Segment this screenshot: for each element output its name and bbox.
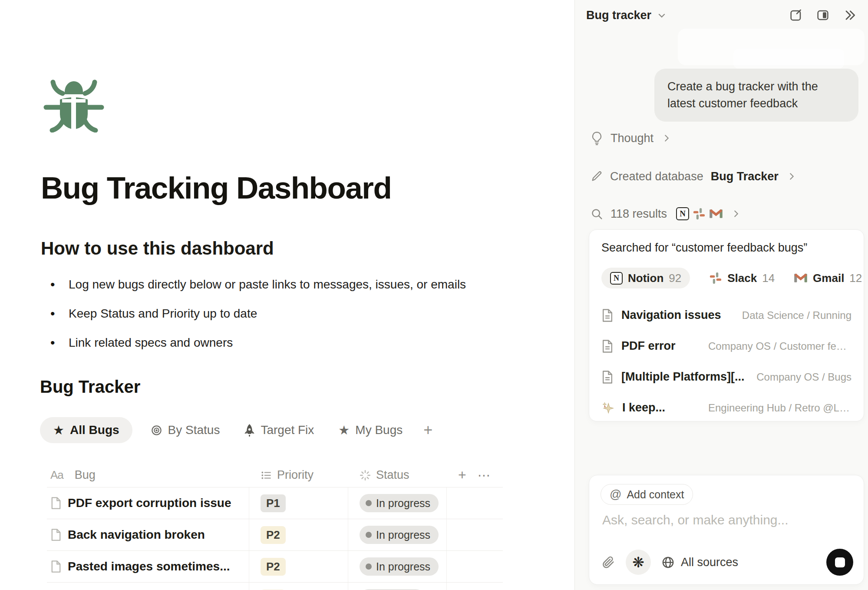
status-badge[interactable]: In progress: [360, 526, 439, 544]
globe-icon: [661, 556, 675, 569]
page-file-icon: [601, 370, 614, 384]
result-path: Company OS / Bugs: [756, 371, 851, 383]
composer-input[interactable]: Ask, search, or make anything...: [602, 513, 851, 527]
bug-title: Back navigation broken: [68, 528, 205, 542]
page-file-icon: [601, 308, 614, 322]
openai-model-icon[interactable]: ❋: [626, 550, 651, 575]
table-header-actions: + ⋯: [447, 463, 502, 487]
column-header-priority[interactable]: Priority: [249, 463, 348, 487]
bug-title: PDF export corruption issue: [68, 496, 231, 510]
chip-count: 12: [849, 272, 862, 285]
howto-bullet: Log new bugs directly below or paste lin…: [41, 273, 466, 302]
slack-icon: [693, 207, 706, 220]
status-label: In progress: [376, 529, 430, 541]
status-dot-icon: [366, 532, 372, 538]
column-header-bug[interactable]: Aa Bug: [47, 463, 249, 487]
ai-side-panel: Bug tracker Create a: [574, 0, 868, 590]
status-badge[interactable]: In progress: [360, 494, 439, 512]
table-row[interactable]: Back navigation broken P2 In progress: [47, 519, 503, 551]
tab-label: My Bugs: [355, 423, 403, 437]
source-filter-chips: N Notion 92 Slack 14: [601, 268, 851, 288]
table-row[interactable]: PDF export corruption issue P1 In progre…: [47, 487, 503, 519]
gmail-icon: [709, 208, 723, 219]
search-results-step[interactable]: 118 results N: [591, 204, 741, 223]
search-result-item[interactable]: [Multiple Platforms][... Company OS / Bu…: [601, 361, 851, 392]
panel-header: Bug tracker: [586, 5, 857, 25]
text-type-icon: Aa: [50, 468, 63, 482]
ai-composer: @ Add context Ask, search, or make anyth…: [589, 475, 864, 585]
more-options-button[interactable]: ⋯: [478, 467, 492, 483]
tab-target-fix[interactable]: Target Fix: [238, 417, 320, 443]
pencil-icon: [591, 170, 603, 182]
add-context-button[interactable]: @ Add context: [601, 484, 693, 505]
search-results-card: Searched for “customer feedback bugs” N …: [589, 229, 864, 421]
page-file-icon: [50, 528, 62, 541]
collapse-panel-icon[interactable]: [843, 8, 857, 22]
column-header-status[interactable]: Status: [348, 463, 447, 487]
lightbulb-icon: [591, 131, 603, 145]
chip-label: Gmail: [813, 272, 844, 285]
panel-title[interactable]: Bug tracker: [586, 9, 651, 22]
search-result-item[interactable]: Navigation issues Data Science / Running: [601, 300, 851, 331]
table-row[interactable]: Pasted images sometimes... P2 In progres…: [47, 551, 503, 583]
table-row-partial[interactable]: [47, 583, 503, 590]
created-database-step[interactable]: Created database Bug Tracker: [591, 167, 796, 186]
attachment-icon[interactable]: [601, 555, 615, 569]
chevron-right-icon: [787, 172, 796, 181]
status-dot-icon: [366, 500, 372, 506]
star-icon: ★: [338, 424, 350, 437]
rocket-icon: [244, 424, 255, 437]
priority-badge[interactable]: P2: [261, 526, 286, 544]
step-label: Created database: [610, 170, 703, 183]
result-title: I keep...: [622, 401, 665, 414]
search-result-item[interactable]: I keep... Engineering Hub / Retro @Last …: [601, 392, 851, 421]
column-label: Bug: [75, 468, 96, 482]
tab-my-bugs[interactable]: ★ My Bugs: [332, 417, 409, 443]
thought-step[interactable]: Thought: [591, 129, 671, 148]
search-icon: [591, 208, 603, 220]
filter-chip-gmail[interactable]: Gmail 12: [794, 272, 862, 285]
tab-by-status[interactable]: By Status: [145, 417, 226, 443]
search-result-list: Navigation issues Data Science / Running…: [601, 300, 851, 421]
howto-list: Log new bugs directly below or paste lin…: [41, 273, 466, 360]
stop-button[interactable]: [826, 549, 853, 576]
search-result-item[interactable]: PDF error Company OS / Customer feedback: [601, 331, 851, 361]
tab-all-bugs[interactable]: ★ All Bugs: [40, 417, 132, 443]
step-label: 118 results: [611, 207, 667, 221]
step-label: Thought: [611, 132, 653, 145]
priority-badge[interactable]: P1: [261, 494, 286, 512]
chip-label: Slack: [727, 272, 757, 285]
chevron-down-icon[interactable]: [657, 10, 667, 20]
howto-heading: How to use this dashboard: [41, 238, 274, 259]
status-badge[interactable]: In progress: [360, 557, 439, 576]
add-view-button[interactable]: +: [421, 421, 435, 439]
result-path: Engineering Hub / Retro @Last Tue...: [708, 402, 851, 414]
page-title: Bug Tracking Dashboard: [41, 170, 391, 206]
table-header: Aa Bug Priority: [47, 463, 503, 487]
chevron-right-icon: [731, 209, 741, 219]
panel-layout-icon[interactable]: [816, 8, 830, 22]
add-context-label: Add context: [627, 488, 684, 501]
add-column-button[interactable]: +: [458, 467, 466, 483]
bug-icon[interactable]: [43, 80, 104, 133]
stop-icon: [835, 557, 845, 567]
document-page: Bug Tracking Dashboard How to use this d…: [0, 0, 574, 590]
bug-table: Aa Bug Priority: [47, 463, 503, 590]
filter-chip-slack[interactable]: Slack 14: [709, 272, 775, 285]
gmail-icon: [794, 272, 808, 284]
all-sources-button[interactable]: All sources: [661, 556, 738, 569]
new-chat-icon[interactable]: [789, 8, 803, 22]
filter-chip-notion[interactable]: N Notion 92: [601, 268, 690, 288]
at-icon: @: [610, 488, 621, 501]
priority-badge[interactable]: P2: [261, 558, 286, 576]
target-icon: [151, 424, 162, 436]
list-icon: [261, 470, 272, 481]
previous-content-ghost: [733, 49, 844, 69]
created-database-name[interactable]: Bug Tracker: [711, 170, 779, 183]
result-title: Navigation issues: [621, 308, 721, 322]
howto-bullet: Keep Status and Priority up to date: [41, 302, 466, 331]
loading-spinner-icon: [360, 470, 371, 481]
notion-icon: N: [676, 207, 689, 220]
chevron-right-icon: [662, 133, 671, 143]
bug-title: Pasted images sometimes...: [68, 560, 230, 573]
